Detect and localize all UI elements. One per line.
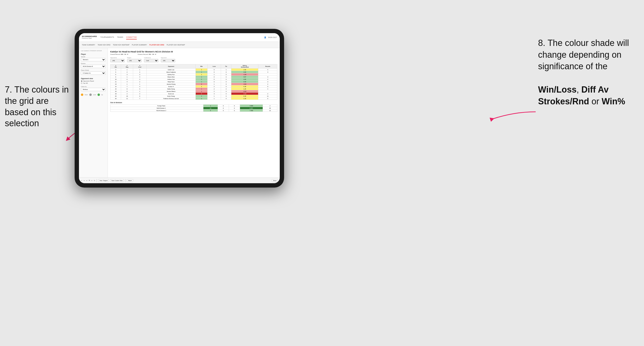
cell-div: 14 xyxy=(110,85,121,88)
table-row: 10 6 3 Andrea York 2 0 0 4.00 4 xyxy=(110,78,277,81)
cell-conf: 5 xyxy=(133,88,146,90)
col-header-conf: #Conf xyxy=(133,64,146,69)
division-select[interactable]: NCAA Division III xyxy=(81,65,106,68)
sub-nav-player-summary[interactable]: PLAYER SUMMARY xyxy=(132,44,147,46)
nav-item-tournaments[interactable]: TOURNAMENTS xyxy=(100,35,114,39)
cell-diff: 0.30 xyxy=(231,95,258,97)
cell-div: 3 xyxy=(110,69,121,71)
cell-opponent: Eunice Yi xyxy=(146,85,196,88)
cell-ood-rounds: 30 xyxy=(263,107,277,109)
cell-tie: 0 xyxy=(221,85,231,88)
cell-opponent: Heejo Hyun xyxy=(146,81,196,83)
cell-ood-diff: 9.267 xyxy=(240,107,263,109)
gender-select[interactable]: Women's xyxy=(81,58,106,61)
filter-opponents-label: Opponents: xyxy=(110,57,125,58)
col-header-div: #Div xyxy=(110,64,121,69)
redo-icon[interactable]: ↪ xyxy=(84,180,85,181)
tablet-frame: SCOREBOARD Powered by clippd TOURNAMENTS… xyxy=(75,29,284,187)
cell-conf: 7 xyxy=(133,97,146,100)
cell-diff: -0.94 xyxy=(231,90,258,93)
colour-dot-level xyxy=(89,94,92,96)
ood-table-row: NAIA Division 1 15 0 0 9.267 30 xyxy=(110,107,277,109)
toolbar-divider xyxy=(96,179,97,182)
opponents-played-radio[interactable]: Opponents Played xyxy=(81,80,106,82)
cell-diff: 1.50 xyxy=(231,69,258,71)
cell-rounds: 11 xyxy=(258,95,277,97)
save-custom-button[interactable]: Save Custom View xyxy=(110,179,124,182)
cell-diff: -1.00 xyxy=(231,73,258,76)
cell-conf: 2 xyxy=(133,71,146,73)
cell-loss: 2 xyxy=(207,90,221,93)
filter-region-select[interactable]: (All) xyxy=(127,59,142,62)
sub-nav-team-h2h-heatmap[interactable]: TEAM H2H HEATMAP xyxy=(113,44,130,46)
ood-table-body: Foreign Team 1 0 0 4.500 2 NAIA Division… xyxy=(110,105,277,112)
filter-row: Opponents: (All) Region (All) Conference xyxy=(110,57,277,62)
cell-tie: 0 xyxy=(221,81,231,83)
cell-reg: 4 xyxy=(121,81,133,83)
opponents-played-label: Opponents Played xyxy=(83,80,94,82)
sub-nav: TEAM SUMMARY TEAM H2H GRID TEAM H2H HEAT… xyxy=(79,42,280,48)
cell-reg: 3 xyxy=(121,73,133,76)
copy-icon[interactable]: ⧉ xyxy=(89,179,90,181)
logo: SCOREBOARD Powered by clippd xyxy=(82,36,97,39)
table-row: 3 1 1 Esther Lee 1 0 1 1.50 4 xyxy=(110,69,277,71)
player-rank-select[interactable]: 8. Katelyn Vo xyxy=(81,71,106,75)
cell-win: 1 xyxy=(196,90,208,93)
table-row: 9 1 4 Sharon Mun 1 0 0 3.67 3 xyxy=(110,76,277,78)
table-row: 20 10 6 Emily Chang 4 1 0 0.30 11 xyxy=(110,95,277,97)
cell-diff: 0.38 xyxy=(231,85,258,88)
col-header-diff: Diff AvStrokes/Rnd xyxy=(231,64,258,69)
table-row: 13 1 1 Jessica Huang 0 1 0 -3.00 2 xyxy=(110,83,277,85)
cell-ood-diff: 7.400 xyxy=(240,109,263,112)
scissors-icon[interactable]: ✂ xyxy=(91,180,92,181)
cell-div: 20 xyxy=(110,95,121,97)
nav-user-icon: 👤 xyxy=(264,36,266,38)
filter-conference-select[interactable]: Conf xyxy=(144,59,158,62)
cell-reg: 2 xyxy=(121,71,133,73)
cell-rounds: 2 xyxy=(258,93,277,95)
filter-opponents-select[interactable]: (All) xyxy=(110,59,125,62)
ood-table-row: Foreign Team 1 0 0 4.500 2 xyxy=(110,105,277,107)
opponents-played-dot xyxy=(81,80,82,82)
cell-reg: 8 xyxy=(121,88,133,90)
cell-loss: 0 xyxy=(207,71,221,73)
annotation-left: 7. The colours in the grid are based on … xyxy=(5,84,72,129)
cell-diff: 3.67 xyxy=(231,76,258,78)
undo-icon[interactable]: ↩ xyxy=(81,180,82,181)
cell-loss: 1 xyxy=(207,97,221,100)
cell-reg: 10 xyxy=(121,95,133,97)
cell-diff: 4.00 xyxy=(231,78,258,81)
cell-tie: 0 xyxy=(221,97,231,100)
table-header-row: #Div #Reg #Conf Opponent Win Loss Tie Di… xyxy=(110,64,277,69)
colour-by-select[interactable]: Win/loss xyxy=(81,88,106,91)
cell-ood-loss: 0 xyxy=(218,109,229,112)
share-button[interactable]: Share xyxy=(272,179,278,182)
cell-div: 5 xyxy=(110,71,121,73)
cell-ood-name: NAIA Division 1 xyxy=(110,107,204,109)
top-100-radio[interactable]: Top 100 xyxy=(81,82,106,84)
cell-opponent: Federica Domecq Lacroze xyxy=(146,97,196,100)
cell-loss: 1 xyxy=(207,95,221,97)
cell-win: 1 xyxy=(196,69,208,71)
sub-nav-player-h2h-grid[interactable]: PLAYER H2H GRID xyxy=(150,44,164,46)
sub-nav-team-summary[interactable]: TEAM SUMMARY xyxy=(82,44,95,46)
sub-nav-team-h2h-grid[interactable]: TEAM H2H GRID xyxy=(98,44,110,46)
sign-out-button[interactable]: Sign out xyxy=(268,36,277,39)
colour-dot-up xyxy=(98,94,100,96)
redo2-icon[interactable]: ↩ xyxy=(86,180,88,181)
colour-label-level: Level xyxy=(93,94,96,95)
filter-opponent-select[interactable]: (All) xyxy=(161,59,175,62)
nav-item-teams[interactable]: TEAMS xyxy=(117,35,123,39)
sidebar-player-rank-label: Player (Rank) xyxy=(81,69,106,71)
watch-button[interactable]: Watch xyxy=(127,179,133,182)
cell-tie: 0 xyxy=(221,83,231,85)
refresh-icon[interactable]: ↻ xyxy=(94,180,95,181)
cell-diff: 3.33 xyxy=(231,81,258,83)
table-row: 16 9 1 Jessica Mason 1 2 0 -0.94 xyxy=(110,90,277,93)
sub-nav-player-h2h-heatmap[interactable]: PLAYER H2H HEATMAP xyxy=(166,44,185,46)
division-record-value: 331 - 34 - 6 xyxy=(148,54,156,55)
nav-item-committee[interactable]: COMMITTEE xyxy=(126,35,137,39)
view-original-button[interactable]: View: Original xyxy=(98,179,109,182)
ood-table-row: NCAA Division 2 5 0 0 7.400 10 xyxy=(110,109,277,112)
cell-rounds: 6 xyxy=(258,97,277,100)
